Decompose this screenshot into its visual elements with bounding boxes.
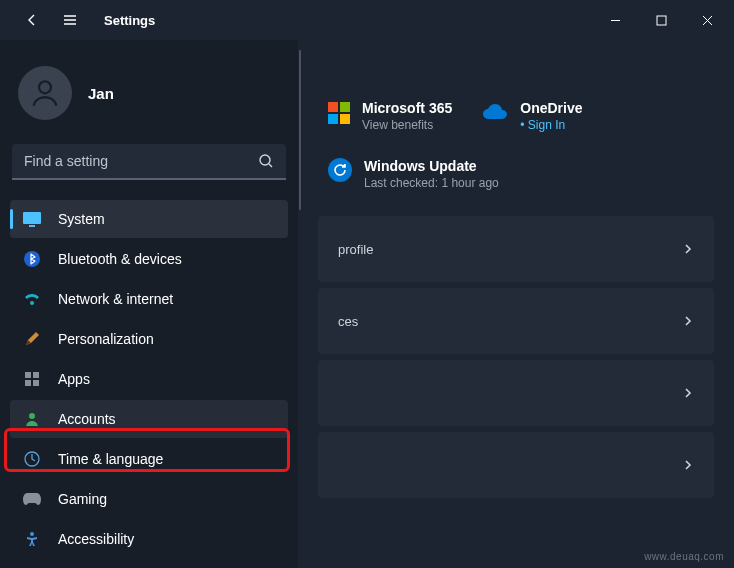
sidebar-item-label: System xyxy=(58,211,105,227)
sidebar-item-network[interactable]: Network & internet xyxy=(10,280,288,318)
window-title: Settings xyxy=(104,13,155,28)
sidebar-item-label: Accessibility xyxy=(58,531,134,547)
onedrive-title: OneDrive xyxy=(520,100,582,116)
bluetooth-icon xyxy=(22,249,42,269)
paintbrush-icon xyxy=(22,329,42,349)
sidebar-item-system[interactable]: System xyxy=(10,200,288,238)
sidebar-item-gaming[interactable]: Gaming xyxy=(10,480,288,518)
sidebar-item-label: Personalization xyxy=(58,331,154,347)
sidebar-item-time-language[interactable]: Time & language xyxy=(10,440,288,478)
row-label: ces xyxy=(338,314,682,329)
minimize-button[interactable] xyxy=(592,4,638,36)
sidebar-item-label: Bluetooth & devices xyxy=(58,251,182,267)
accessibility-icon xyxy=(22,529,42,549)
sidebar-item-label: Gaming xyxy=(58,491,107,507)
person-icon xyxy=(28,76,62,110)
chevron-right-icon xyxy=(682,243,694,255)
settings-row[interactable] xyxy=(318,432,714,498)
promo-cards: Microsoft 365 View benefits OneDrive • S… xyxy=(308,100,714,132)
svg-rect-8 xyxy=(25,380,31,386)
window-controls xyxy=(592,4,730,36)
wifi-icon xyxy=(22,289,42,309)
settings-row-profile[interactable]: profile xyxy=(318,216,714,282)
chevron-right-icon xyxy=(682,387,694,399)
sidebar-item-label: Network & internet xyxy=(58,291,173,307)
gaming-icon xyxy=(22,489,42,509)
sidebar-item-apps[interactable]: Apps xyxy=(10,360,288,398)
hamburger-icon xyxy=(62,12,78,28)
svg-rect-7 xyxy=(33,372,39,378)
titlebar: Settings xyxy=(0,0,734,40)
svg-point-10 xyxy=(29,413,35,419)
sidebar: Jan System Bluetooth & devices xyxy=(0,40,298,568)
clock-globe-icon xyxy=(22,449,42,469)
chevron-right-icon xyxy=(682,459,694,471)
close-button[interactable] xyxy=(684,4,730,36)
search-box[interactable] xyxy=(12,144,286,180)
row-label: profile xyxy=(338,242,682,257)
account-icon xyxy=(22,409,42,429)
arrow-left-icon xyxy=(24,12,40,28)
sidebar-item-bluetooth[interactable]: Bluetooth & devices xyxy=(10,240,288,278)
ms365-card[interactable]: Microsoft 365 View benefits xyxy=(328,100,452,132)
profile-name: Jan xyxy=(88,85,114,102)
sidebar-item-accessibility[interactable]: Accessibility xyxy=(10,520,288,558)
microsoft-logo-icon xyxy=(328,102,350,124)
sidebar-item-accounts[interactable]: Accounts xyxy=(10,400,288,438)
sidebar-item-personalization[interactable]: Personalization xyxy=(10,320,288,358)
sync-icon xyxy=(328,158,352,182)
content-scrollbar[interactable] xyxy=(298,50,302,558)
watermark: www.deuaq.com xyxy=(644,551,724,562)
sidebar-item-label: Accounts xyxy=(58,411,116,427)
ms365-sub: View benefits xyxy=(362,118,452,132)
update-card-row: Windows Update Last checked: 1 hour ago xyxy=(308,158,714,190)
search-input[interactable] xyxy=(24,153,258,169)
settings-row[interactable] xyxy=(318,360,714,426)
content-area: Microsoft 365 View benefits OneDrive • S… xyxy=(298,40,734,568)
sidebar-item-label: Apps xyxy=(58,371,90,387)
maximize-button[interactable] xyxy=(638,4,684,36)
search-icon xyxy=(258,153,274,169)
svg-rect-9 xyxy=(33,380,39,386)
windows-update-card[interactable]: Windows Update Last checked: 1 hour ago xyxy=(328,158,499,190)
maximize-icon xyxy=(656,15,667,26)
close-icon xyxy=(702,15,713,26)
svg-point-2 xyxy=(260,155,270,165)
cloud-icon xyxy=(482,100,508,126)
back-button[interactable] xyxy=(16,4,48,36)
apps-icon xyxy=(22,369,42,389)
ms365-title: Microsoft 365 xyxy=(362,100,452,116)
svg-rect-0 xyxy=(657,16,666,25)
chevron-right-icon xyxy=(682,315,694,327)
profile-section[interactable]: Jan xyxy=(8,48,290,144)
svg-point-1 xyxy=(39,81,51,93)
svg-point-12 xyxy=(30,532,34,536)
settings-row-ces[interactable]: ces xyxy=(318,288,714,354)
nav-menu-button[interactable] xyxy=(54,4,86,36)
sidebar-item-label: Time & language xyxy=(58,451,163,467)
onedrive-card[interactable]: OneDrive • Sign In xyxy=(482,100,582,132)
update-title: Windows Update xyxy=(364,158,499,174)
svg-rect-4 xyxy=(29,225,35,227)
avatar xyxy=(18,66,72,120)
display-icon xyxy=(22,209,42,229)
nav-list: System Bluetooth & devices Network & int… xyxy=(8,198,290,568)
svg-rect-3 xyxy=(23,212,41,224)
update-sub: Last checked: 1 hour ago xyxy=(364,176,499,190)
minimize-icon xyxy=(610,15,621,26)
onedrive-signin[interactable]: • Sign In xyxy=(520,118,582,132)
svg-rect-6 xyxy=(25,372,31,378)
